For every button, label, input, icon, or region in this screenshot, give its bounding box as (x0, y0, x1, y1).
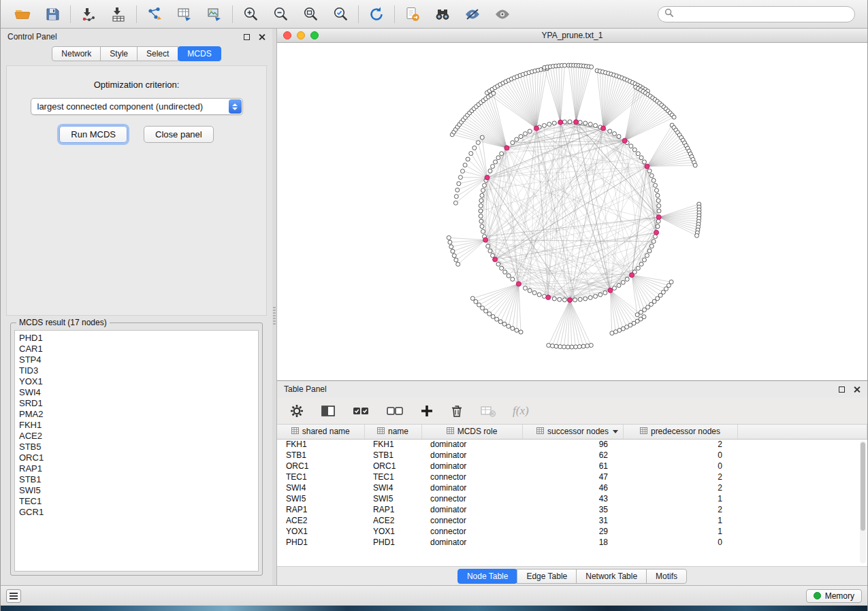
tab-edge-table[interactable]: Edge Table (517, 569, 577, 584)
node-table[interactable]: shared namenameMCDS rolesuccessor nodesp… (277, 425, 867, 548)
table-cell[interactable]: 61 (522, 461, 623, 472)
column-header-MCDS-role[interactable]: MCDS role (421, 425, 522, 439)
table-scrollbar[interactable] (860, 441, 866, 563)
mcds-node-item[interactable]: RAP1 (19, 463, 254, 474)
close-window-icon[interactable] (283, 31, 291, 39)
table-cell[interactable]: 1 (623, 493, 737, 504)
table-cell[interactable]: SWI5 (277, 493, 364, 504)
column-header-successor-nodes[interactable]: successor nodes (522, 425, 623, 439)
table-cell[interactable]: connector (421, 526, 522, 537)
open-folder-icon[interactable] (7, 3, 37, 26)
table-cell[interactable]: PHD1 (364, 537, 421, 548)
network-canvas[interactable] (277, 43, 867, 380)
mcds-node-item[interactable]: FKH1 (19, 420, 254, 431)
table-cell[interactable]: 2 (623, 439, 737, 450)
table-cell[interactable]: 18 (522, 537, 623, 548)
table-cell[interactable]: 46 (522, 482, 623, 493)
float-table-panel-icon[interactable] (839, 386, 845, 393)
mcds-node-item[interactable]: TEC1 (19, 496, 254, 507)
save-icon[interactable] (37, 3, 67, 26)
table-cell[interactable]: dominator (421, 537, 522, 548)
table-row[interactable]: PHD1PHD1dominator180 (277, 537, 867, 548)
select-all-icon[interactable] (352, 404, 370, 418)
search-binoculars-icon[interactable] (428, 3, 457, 26)
scrollbar-thumb[interactable] (861, 442, 865, 531)
deselect-all-icon[interactable] (386, 404, 404, 418)
export-image-icon[interactable] (199, 3, 229, 26)
table-cell[interactable]: RAP1 (364, 504, 421, 515)
mcds-node-item[interactable]: CAR1 (19, 344, 254, 354)
table-cell[interactable]: 0 (623, 450, 737, 461)
column-header-shared-name[interactable]: shared name (277, 425, 364, 439)
table-settings-gear-icon[interactable] (289, 403, 304, 418)
table-row[interactable]: SWI4SWI4dominator462 (277, 482, 867, 493)
table-cell[interactable]: RAP1 (277, 504, 364, 515)
table-cell[interactable]: connector (421, 493, 522, 504)
mcds-node-item[interactable]: SWI5 (19, 485, 254, 496)
export-network-icon[interactable] (140, 3, 170, 26)
zoom-selected-icon[interactable] (325, 3, 355, 26)
mcds-node-item[interactable]: STP4 (19, 354, 254, 365)
panel-resize-divider[interactable] (272, 29, 277, 585)
import-network-icon[interactable] (74, 3, 103, 26)
criterion-dropdown[interactable]: largest connected component (undirected) (31, 98, 243, 115)
tab-style[interactable]: Style (100, 46, 138, 61)
mcds-node-item[interactable]: SWI4 (19, 387, 254, 398)
zoom-in-icon[interactable] (236, 3, 266, 26)
table-cell[interactable]: YOX1 (364, 526, 421, 537)
table-cell[interactable]: 1 (623, 526, 737, 537)
show-all-icon[interactable] (487, 3, 517, 26)
tab-node-table[interactable]: Node Table (457, 569, 518, 584)
table-cell[interactable]: dominator (421, 482, 522, 493)
zoom-fit-icon[interactable] (295, 3, 325, 26)
run-mcds-button[interactable]: Run MCDS (59, 126, 127, 143)
import-table-icon[interactable] (103, 3, 133, 26)
export-table-icon[interactable] (170, 3, 199, 26)
column-header-predecessor-nodes[interactable]: predecessor nodes (623, 425, 737, 439)
mcds-node-item[interactable]: SRD1 (19, 398, 254, 409)
table-cell[interactable]: dominator (421, 450, 522, 461)
table-cell[interactable]: SWI4 (364, 482, 421, 493)
table-cell[interactable]: 96 (522, 439, 623, 450)
table-cell[interactable]: STB1 (277, 450, 364, 461)
close-panel-button[interactable]: Close panel (144, 126, 214, 143)
network-graph[interactable] (277, 43, 867, 380)
table-row[interactable]: ACE2ACE2connector311 (277, 515, 867, 526)
table-cell[interactable]: dominator (421, 439, 522, 450)
table-cell[interactable]: 47 (522, 472, 623, 482)
table-cell[interactable]: 0 (623, 537, 737, 548)
table-cell[interactable]: YOX1 (277, 526, 364, 537)
show-columns-icon[interactable] (321, 404, 336, 418)
table-cell[interactable]: 62 (522, 450, 623, 461)
table-cell[interactable]: ACE2 (364, 515, 421, 526)
table-cell[interactable]: SWI5 (364, 493, 421, 504)
mcds-result-list[interactable]: PHD1CAR1STP4TID3YOX1SWI4SRD1PMA2FKH1ACE2… (14, 330, 259, 572)
table-cell[interactable]: ACE2 (277, 515, 364, 526)
mcds-node-item[interactable]: STB5 (19, 442, 254, 452)
search-box[interactable] (658, 6, 855, 22)
tab-network[interactable]: Network (52, 46, 101, 61)
table-cell[interactable]: connector (421, 472, 522, 482)
table-row[interactable]: ORC1ORC1dominator610 (277, 461, 867, 472)
tab-motifs[interactable]: Motifs (646, 569, 687, 584)
mcds-node-item[interactable]: PHD1 (19, 333, 254, 344)
table-cell[interactable]: dominator (421, 461, 522, 472)
table-cell[interactable]: ORC1 (277, 461, 364, 472)
table-cell[interactable]: TEC1 (364, 472, 421, 482)
zoom-out-icon[interactable] (266, 3, 295, 26)
table-cell[interactable]: 35 (522, 504, 623, 515)
table-cell[interactable]: STB1 (364, 450, 421, 461)
add-column-icon[interactable] (420, 404, 434, 418)
float-panel-icon[interactable] (244, 34, 250, 40)
mcds-node-item[interactable]: YOX1 (19, 376, 254, 387)
memory-button[interactable]: Memory (806, 589, 862, 603)
table-row[interactable]: YOX1YOX1connector291 (277, 526, 867, 537)
table-cell[interactable]: PHD1 (277, 537, 364, 548)
tab-select[interactable]: Select (137, 46, 178, 61)
table-cell[interactable]: 2 (623, 482, 737, 493)
mcds-node-item[interactable]: GCR1 (19, 507, 254, 518)
table-cell[interactable]: 43 (522, 493, 623, 504)
table-cell[interactable]: SWI4 (277, 482, 364, 493)
table-row[interactable]: RAP1RAP1dominator352 (277, 504, 867, 515)
mcds-node-item[interactable]: TID3 (19, 365, 254, 376)
